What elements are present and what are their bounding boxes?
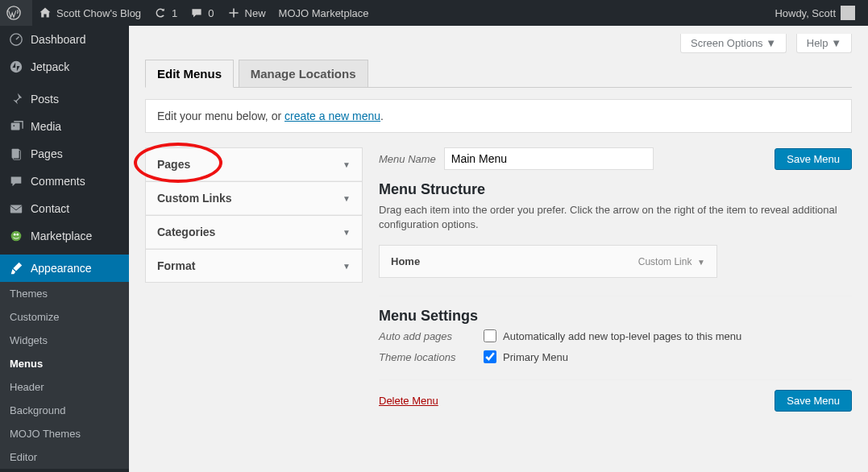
account-menu[interactable]: Howdy, Scott (768, 0, 862, 26)
sidebar-item-jetpack[interactable]: Jetpack (0, 53, 129, 81)
auto-add-text: Automatically add new top-level pages to… (503, 330, 741, 342)
media-icon (8, 118, 24, 135)
theme-locations-label: Theme locations (379, 351, 484, 363)
comments-count: 0 (208, 7, 214, 19)
submenu-customize[interactable]: Customize (0, 305, 129, 329)
sidebar-item-posts[interactable]: Posts (0, 85, 129, 113)
sidebar-item-label: Appearance (31, 262, 92, 275)
submenu-themes[interactable]: Themes (0, 282, 129, 305)
sidebar-item-media[interactable]: Media (0, 113, 129, 140)
menu-edit-panel: Menu Name Save Menu Menu Structure Drag … (379, 147, 852, 412)
accordion-panel: Pages▼ Custom Links▼ Categories▼ Format▼ (145, 147, 363, 412)
plus-icon (227, 6, 240, 19)
new-label: New (245, 7, 266, 19)
create-new-menu-link[interactable]: create a new menu (284, 110, 380, 122)
screen-options-button[interactable]: Screen Options ▼ (680, 34, 787, 53)
caret-down-icon: ▼ (343, 262, 351, 271)
separator (379, 296, 852, 296)
site-name-link[interactable]: Scott Chow's Blog (32, 0, 147, 26)
sidebar-item-dashboard[interactable]: Dashboard (0, 26, 129, 53)
sidebar-item-label: Media (31, 120, 61, 133)
jetpack-icon (8, 59, 24, 75)
caret-down-icon: ▼ (766, 37, 776, 49)
sidebar-item-label: Comments (31, 175, 85, 188)
theme-location-checkbox[interactable] (484, 350, 496, 363)
menu-item-home[interactable]: Home Custom Link ▼ (379, 245, 717, 278)
marketplace-icon (8, 228, 24, 244)
home-icon (39, 6, 52, 19)
menu-structure-desc: Drag each item into the order you prefer… (379, 203, 852, 232)
sidebar-item-label: Marketplace (31, 230, 92, 242)
save-menu-button-bottom[interactable]: Save Menu (775, 390, 852, 412)
admin-sidebar: Dashboard Jetpack Posts Media Pages Comm… (0, 26, 129, 472)
info-message: Edit your menu below, or create a new me… (145, 99, 852, 133)
appearance-submenu: Themes Customize Widgets Menus Header Ba… (0, 282, 129, 469)
caret-down-icon: ▼ (697, 258, 705, 267)
accordion-format[interactable]: Format▼ (145, 249, 363, 283)
submenu-menus[interactable]: Menus (0, 352, 129, 375)
svg-rect-3 (11, 123, 20, 130)
auto-add-label: Auto add pages (379, 330, 484, 342)
menu-name-input[interactable] (444, 147, 654, 170)
submenu-background[interactable]: Background (0, 399, 129, 422)
sidebar-item-label: Dashboard (31, 33, 86, 46)
new-content-link[interactable]: New (221, 0, 272, 26)
caret-down-icon: ▼ (831, 37, 841, 49)
submenu-widgets[interactable]: Widgets (0, 329, 129, 352)
wordpress-icon (6, 6, 21, 20)
sidebar-item-comments[interactable]: Comments (0, 168, 129, 195)
refresh-icon (154, 6, 167, 19)
howdy-text: Howdy, Scott (775, 7, 836, 19)
sidebar-item-label: Posts (31, 93, 59, 106)
pages-icon (8, 146, 24, 162)
svg-point-8 (11, 231, 22, 242)
accordion-pages[interactable]: Pages▼ (145, 147, 363, 182)
svg-point-2 (10, 61, 22, 72)
tab-manage-locations[interactable]: Manage Locations (239, 60, 368, 88)
tab-edit-menus[interactable]: Edit Menus (145, 60, 234, 88)
accordion-custom-links[interactable]: Custom Links▼ (145, 181, 363, 216)
caret-down-icon: ▼ (343, 194, 351, 203)
svg-rect-7 (10, 205, 22, 213)
admin-toolbar: Scott Chow's Blog 1 0 New MOJO Marketpla… (0, 0, 868, 26)
menu-settings-heading: Menu Settings (379, 308, 852, 325)
sidebar-item-label: Pages (31, 147, 63, 160)
svg-point-9 (14, 234, 16, 236)
svg-point-10 (16, 234, 19, 236)
theme-location-text: Primary Menu (503, 351, 568, 363)
comment-icon (190, 6, 203, 19)
submenu-editor[interactable]: Editor (0, 445, 129, 469)
pin-icon (8, 91, 24, 107)
mojo-label: MOJO Marketplace (279, 7, 369, 19)
wp-logo[interactable] (0, 0, 32, 26)
brush-icon (8, 260, 24, 276)
accordion-categories[interactable]: Categories▼ (145, 215, 363, 250)
sidebar-item-pages[interactable]: Pages (0, 140, 129, 168)
submenu-header[interactable]: Header (0, 375, 129, 399)
envelope-icon (8, 201, 24, 217)
caret-down-icon: ▼ (343, 228, 351, 237)
auto-add-checkbox[interactable] (484, 329, 496, 342)
help-button[interactable]: Help ▼ (796, 34, 852, 53)
avatar (841, 6, 855, 20)
mojo-marketplace-link[interactable]: MOJO Marketplace (272, 0, 376, 26)
menu-item-title: Home (391, 255, 420, 267)
save-menu-button-top[interactable]: Save Menu (775, 148, 852, 170)
comment-icon (8, 173, 24, 189)
menu-item-type: Custom Link (638, 256, 692, 267)
updates-link[interactable]: 1 (147, 0, 184, 26)
caret-down-icon: ▼ (343, 160, 351, 169)
site-name-text: Scott Chow's Blog (56, 7, 141, 19)
sidebar-item-appearance[interactable]: Appearance (0, 255, 129, 282)
dashboard-icon (8, 31, 24, 48)
menu-name-label: Menu Name (379, 153, 436, 165)
comments-link[interactable]: 0 (184, 0, 220, 26)
delete-menu-link[interactable]: Delete Menu (379, 395, 438, 407)
sidebar-item-marketplace[interactable]: Marketplace (0, 222, 129, 250)
menu-structure-heading: Menu Structure (379, 181, 852, 198)
updates-count: 1 (172, 7, 177, 19)
submenu-mojo-themes[interactable]: MOJO Themes (0, 422, 129, 445)
nav-tabs: Edit Menus Manage Locations (145, 60, 852, 88)
sidebar-item-label: Jetpack (31, 60, 69, 73)
sidebar-item-contact[interactable]: Contact (0, 195, 129, 222)
